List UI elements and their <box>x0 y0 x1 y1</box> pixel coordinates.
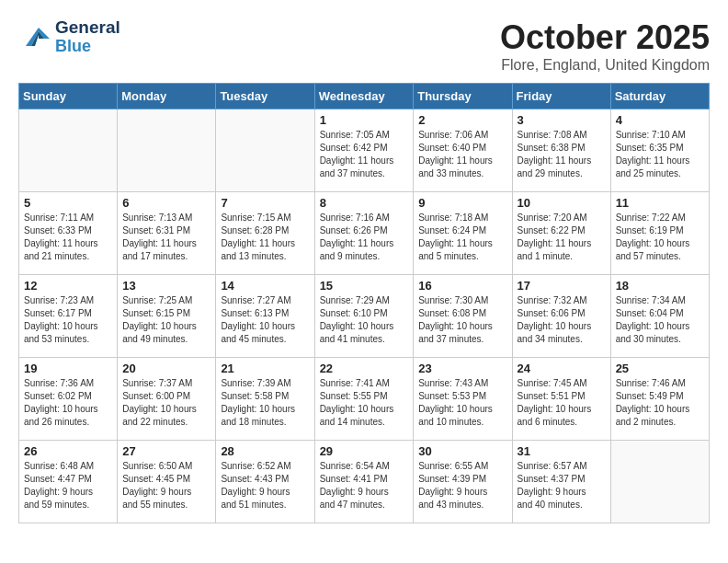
cell-info: Sunrise: 7:32 AM Sunset: 6:06 PM Dayligh… <box>518 294 606 346</box>
calendar-cell: 9Sunrise: 7:18 AM Sunset: 6:24 PM Daylig… <box>414 192 512 275</box>
week-row-4: 19Sunrise: 7:36 AM Sunset: 6:02 PM Dayli… <box>19 358 710 441</box>
calendar-cell: 27Sunrise: 6:50 AM Sunset: 4:45 PM Dayli… <box>118 441 216 523</box>
day-number: 16 <box>418 279 506 293</box>
cell-info: Sunrise: 7:41 AM Sunset: 5:55 PM Dayligh… <box>320 377 409 429</box>
day-number: 20 <box>122 362 210 375</box>
cell-info: Sunrise: 7:34 AM Sunset: 6:04 PM Dayligh… <box>616 294 704 346</box>
cell-info: Sunrise: 7:16 AM Sunset: 6:26 PM Dayligh… <box>320 212 409 263</box>
calendar-cell <box>19 109 118 192</box>
cell-info: Sunrise: 7:29 AM Sunset: 6:10 PM Dayligh… <box>320 294 409 346</box>
calendar-cell: 3Sunrise: 7:08 AM Sunset: 6:38 PM Daylig… <box>512 109 610 192</box>
cell-info: Sunrise: 7:10 AM Sunset: 6:35 PM Dayligh… <box>616 129 704 180</box>
day-number: 6 <box>122 196 210 210</box>
calendar-cell: 31Sunrise: 6:57 AM Sunset: 4:37 PM Dayli… <box>512 441 610 523</box>
day-number: 27 <box>122 444 210 458</box>
location: Flore, England, United Kingdom <box>500 57 710 74</box>
calendar-cell: 8Sunrise: 7:16 AM Sunset: 6:26 PM Daylig… <box>314 192 414 275</box>
day-number: 12 <box>24 279 112 293</box>
cell-info: Sunrise: 7:43 AM Sunset: 5:53 PM Dayligh… <box>418 377 506 429</box>
calendar-cell: 22Sunrise: 7:41 AM Sunset: 5:55 PM Dayli… <box>314 358 414 441</box>
weekday-header-tuesday: Tuesday <box>216 84 314 109</box>
cell-info: Sunrise: 7:30 AM Sunset: 6:08 PM Dayligh… <box>418 294 506 346</box>
week-row-3: 12Sunrise: 7:23 AM Sunset: 6:17 PM Dayli… <box>19 275 710 358</box>
cell-info: Sunrise: 7:39 AM Sunset: 5:58 PM Dayligh… <box>221 377 309 429</box>
calendar-cell: 14Sunrise: 7:27 AM Sunset: 6:13 PM Dayli… <box>216 275 314 358</box>
calendar-cell: 16Sunrise: 7:30 AM Sunset: 6:08 PM Dayli… <box>414 275 512 358</box>
weekday-header-monday: Monday <box>118 84 216 109</box>
cell-info: Sunrise: 7:22 AM Sunset: 6:19 PM Dayligh… <box>616 212 704 263</box>
day-number: 21 <box>221 362 309 375</box>
cell-info: Sunrise: 6:55 AM Sunset: 4:39 PM Dayligh… <box>418 460 506 511</box>
cell-info: Sunrise: 7:13 AM Sunset: 6:31 PM Dayligh… <box>122 212 210 263</box>
logo-blue: Blue <box>55 37 91 55</box>
calendar-cell <box>118 109 216 192</box>
cell-info: Sunrise: 7:25 AM Sunset: 6:15 PM Dayligh… <box>122 294 210 346</box>
calendar-cell: 15Sunrise: 7:29 AM Sunset: 6:10 PM Dayli… <box>314 275 414 358</box>
day-number: 4 <box>616 113 704 127</box>
weekday-header-friday: Friday <box>512 84 610 109</box>
day-number: 18 <box>616 279 704 293</box>
calendar-cell: 1Sunrise: 7:05 AM Sunset: 6:42 PM Daylig… <box>314 109 414 192</box>
weekday-header-sunday: Sunday <box>19 84 118 109</box>
calendar-cell <box>610 441 709 523</box>
day-number: 23 <box>418 362 506 375</box>
day-number: 9 <box>418 196 506 210</box>
cell-info: Sunrise: 7:27 AM Sunset: 6:13 PM Dayligh… <box>221 294 309 346</box>
calendar-cell: 2Sunrise: 7:06 AM Sunset: 6:40 PM Daylig… <box>414 109 512 192</box>
calendar-cell: 10Sunrise: 7:20 AM Sunset: 6:22 PM Dayli… <box>512 192 610 275</box>
cell-info: Sunrise: 6:48 AM Sunset: 4:47 PM Dayligh… <box>24 460 112 511</box>
day-number: 22 <box>320 362 409 375</box>
cell-info: Sunrise: 7:37 AM Sunset: 6:00 PM Dayligh… <box>122 377 210 429</box>
cell-info: Sunrise: 7:11 AM Sunset: 6:33 PM Dayligh… <box>24 212 112 263</box>
day-number: 13 <box>122 279 210 293</box>
calendar-cell <box>216 109 314 192</box>
cell-info: Sunrise: 7:15 AM Sunset: 6:28 PM Dayligh… <box>221 212 309 263</box>
week-row-5: 26Sunrise: 6:48 AM Sunset: 4:47 PM Dayli… <box>19 441 710 523</box>
month-title: October 2025 <box>500 18 710 57</box>
calendar-cell: 23Sunrise: 7:43 AM Sunset: 5:53 PM Dayli… <box>414 358 512 441</box>
calendar-cell: 17Sunrise: 7:32 AM Sunset: 6:06 PM Dayli… <box>512 275 610 358</box>
weekday-header-thursday: Thursday <box>414 84 512 109</box>
calendar-cell: 28Sunrise: 6:52 AM Sunset: 4:43 PM Dayli… <box>216 441 314 523</box>
calendar-cell: 20Sunrise: 7:37 AM Sunset: 6:00 PM Dayli… <box>118 358 216 441</box>
logo: General Blue <box>18 18 120 56</box>
cell-info: Sunrise: 7:18 AM Sunset: 6:24 PM Dayligh… <box>418 212 506 263</box>
day-number: 1 <box>320 113 409 127</box>
calendar-cell: 25Sunrise: 7:46 AM Sunset: 5:49 PM Dayli… <box>610 358 709 441</box>
calendar-cell: 26Sunrise: 6:48 AM Sunset: 4:47 PM Dayli… <box>19 441 118 523</box>
calendar-cell: 5Sunrise: 7:11 AM Sunset: 6:33 PM Daylig… <box>19 192 118 275</box>
cell-info: Sunrise: 7:46 AM Sunset: 5:49 PM Dayligh… <box>616 377 704 429</box>
day-number: 17 <box>518 279 606 293</box>
day-number: 28 <box>221 444 309 458</box>
calendar-cell: 12Sunrise: 7:23 AM Sunset: 6:17 PM Dayli… <box>19 275 118 358</box>
day-number: 19 <box>24 362 112 375</box>
week-row-2: 5Sunrise: 7:11 AM Sunset: 6:33 PM Daylig… <box>19 192 710 275</box>
calendar-cell: 21Sunrise: 7:39 AM Sunset: 5:58 PM Dayli… <box>216 358 314 441</box>
cell-info: Sunrise: 7:45 AM Sunset: 5:51 PM Dayligh… <box>518 377 606 429</box>
day-number: 24 <box>518 362 606 375</box>
calendar-cell: 7Sunrise: 7:15 AM Sunset: 6:28 PM Daylig… <box>216 192 314 275</box>
day-number: 7 <box>221 196 309 210</box>
cell-info: Sunrise: 7:05 AM Sunset: 6:42 PM Dayligh… <box>320 129 409 180</box>
day-number: 31 <box>518 444 606 458</box>
logo-general: General <box>55 18 120 38</box>
page-header: General Blue October 2025 Flore, England… <box>18 18 710 74</box>
day-number: 25 <box>616 362 704 375</box>
cell-info: Sunrise: 6:52 AM Sunset: 4:43 PM Dayligh… <box>221 460 309 511</box>
cell-info: Sunrise: 7:08 AM Sunset: 6:38 PM Dayligh… <box>518 129 606 180</box>
week-row-1: 1Sunrise: 7:05 AM Sunset: 6:42 PM Daylig… <box>19 109 710 192</box>
day-number: 30 <box>418 444 506 458</box>
cell-info: Sunrise: 6:50 AM Sunset: 4:45 PM Dayligh… <box>122 460 210 511</box>
calendar-table: SundayMondayTuesdayWednesdayThursdayFrid… <box>18 83 710 523</box>
day-number: 26 <box>24 444 112 458</box>
calendar-cell: 24Sunrise: 7:45 AM Sunset: 5:51 PM Dayli… <box>512 358 610 441</box>
cell-info: Sunrise: 7:20 AM Sunset: 6:22 PM Dayligh… <box>518 212 606 263</box>
day-number: 15 <box>320 279 409 293</box>
title-area: October 2025 Flore, England, United King… <box>500 18 710 74</box>
calendar-cell: 11Sunrise: 7:22 AM Sunset: 6:19 PM Dayli… <box>610 192 709 275</box>
day-number: 3 <box>518 113 606 127</box>
cell-info: Sunrise: 7:36 AM Sunset: 6:02 PM Dayligh… <box>24 377 112 429</box>
weekday-header-row: SundayMondayTuesdayWednesdayThursdayFrid… <box>19 84 710 109</box>
day-number: 8 <box>320 196 409 210</box>
calendar-cell: 4Sunrise: 7:10 AM Sunset: 6:35 PM Daylig… <box>610 109 709 192</box>
